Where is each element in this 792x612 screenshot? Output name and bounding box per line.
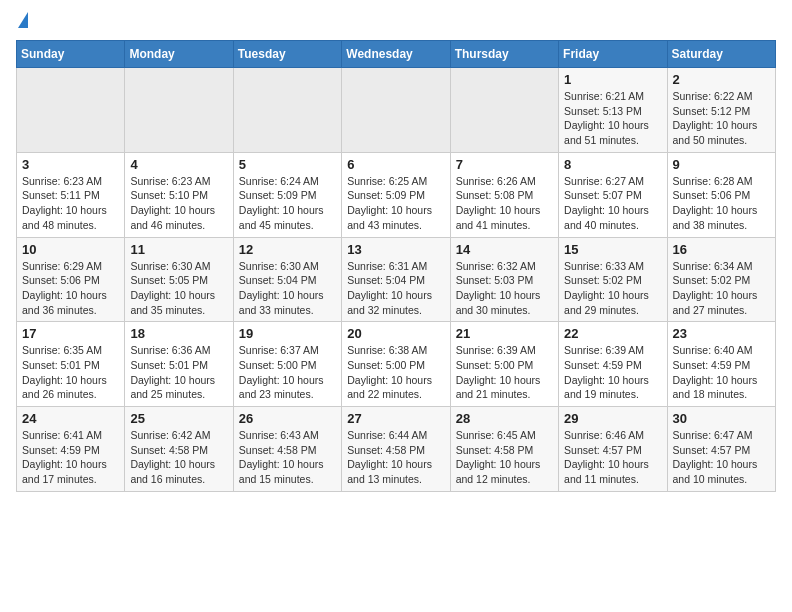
day-info: Sunrise: 6:45 AM Sunset: 4:58 PM Dayligh… bbox=[456, 428, 553, 487]
day-info: Sunrise: 6:23 AM Sunset: 5:10 PM Dayligh… bbox=[130, 174, 227, 233]
day-info: Sunrise: 6:47 AM Sunset: 4:57 PM Dayligh… bbox=[673, 428, 770, 487]
day-number: 18 bbox=[130, 326, 227, 341]
calendar-cell bbox=[233, 68, 341, 153]
day-info: Sunrise: 6:29 AM Sunset: 5:06 PM Dayligh… bbox=[22, 259, 119, 318]
day-number: 7 bbox=[456, 157, 553, 172]
calendar-cell: 17Sunrise: 6:35 AM Sunset: 5:01 PM Dayli… bbox=[17, 322, 125, 407]
calendar-cell: 26Sunrise: 6:43 AM Sunset: 4:58 PM Dayli… bbox=[233, 407, 341, 492]
calendar-cell: 13Sunrise: 6:31 AM Sunset: 5:04 PM Dayli… bbox=[342, 237, 450, 322]
weekday-header: Thursday bbox=[450, 41, 558, 68]
day-info: Sunrise: 6:22 AM Sunset: 5:12 PM Dayligh… bbox=[673, 89, 770, 148]
day-info: Sunrise: 6:43 AM Sunset: 4:58 PM Dayligh… bbox=[239, 428, 336, 487]
weekday-header: Saturday bbox=[667, 41, 775, 68]
weekday-header: Sunday bbox=[17, 41, 125, 68]
day-number: 16 bbox=[673, 242, 770, 257]
calendar-cell: 14Sunrise: 6:32 AM Sunset: 5:03 PM Dayli… bbox=[450, 237, 558, 322]
calendar-cell: 30Sunrise: 6:47 AM Sunset: 4:57 PM Dayli… bbox=[667, 407, 775, 492]
calendar-cell bbox=[450, 68, 558, 153]
day-info: Sunrise: 6:32 AM Sunset: 5:03 PM Dayligh… bbox=[456, 259, 553, 318]
calendar-cell bbox=[342, 68, 450, 153]
day-number: 21 bbox=[456, 326, 553, 341]
day-info: Sunrise: 6:24 AM Sunset: 5:09 PM Dayligh… bbox=[239, 174, 336, 233]
calendar-cell: 3Sunrise: 6:23 AM Sunset: 5:11 PM Daylig… bbox=[17, 152, 125, 237]
day-info: Sunrise: 6:28 AM Sunset: 5:06 PM Dayligh… bbox=[673, 174, 770, 233]
day-info: Sunrise: 6:34 AM Sunset: 5:02 PM Dayligh… bbox=[673, 259, 770, 318]
day-info: Sunrise: 6:42 AM Sunset: 4:58 PM Dayligh… bbox=[130, 428, 227, 487]
logo bbox=[16, 16, 28, 28]
day-number: 5 bbox=[239, 157, 336, 172]
calendar-week-row: 1Sunrise: 6:21 AM Sunset: 5:13 PM Daylig… bbox=[17, 68, 776, 153]
calendar-cell: 21Sunrise: 6:39 AM Sunset: 5:00 PM Dayli… bbox=[450, 322, 558, 407]
calendar-cell bbox=[17, 68, 125, 153]
calendar-cell: 11Sunrise: 6:30 AM Sunset: 5:05 PM Dayli… bbox=[125, 237, 233, 322]
day-info: Sunrise: 6:23 AM Sunset: 5:11 PM Dayligh… bbox=[22, 174, 119, 233]
day-number: 26 bbox=[239, 411, 336, 426]
day-number: 2 bbox=[673, 72, 770, 87]
day-info: Sunrise: 6:26 AM Sunset: 5:08 PM Dayligh… bbox=[456, 174, 553, 233]
calendar-cell: 15Sunrise: 6:33 AM Sunset: 5:02 PM Dayli… bbox=[559, 237, 667, 322]
calendar-week-row: 3Sunrise: 6:23 AM Sunset: 5:11 PM Daylig… bbox=[17, 152, 776, 237]
day-info: Sunrise: 6:30 AM Sunset: 5:04 PM Dayligh… bbox=[239, 259, 336, 318]
calendar-cell: 2Sunrise: 6:22 AM Sunset: 5:12 PM Daylig… bbox=[667, 68, 775, 153]
weekday-header: Wednesday bbox=[342, 41, 450, 68]
day-number: 10 bbox=[22, 242, 119, 257]
day-info: Sunrise: 6:37 AM Sunset: 5:00 PM Dayligh… bbox=[239, 343, 336, 402]
calendar-cell: 10Sunrise: 6:29 AM Sunset: 5:06 PM Dayli… bbox=[17, 237, 125, 322]
calendar-cell: 19Sunrise: 6:37 AM Sunset: 5:00 PM Dayli… bbox=[233, 322, 341, 407]
day-number: 17 bbox=[22, 326, 119, 341]
calendar-cell bbox=[125, 68, 233, 153]
calendar-week-row: 10Sunrise: 6:29 AM Sunset: 5:06 PM Dayli… bbox=[17, 237, 776, 322]
page-header bbox=[16, 16, 776, 28]
weekday-header: Friday bbox=[559, 41, 667, 68]
day-number: 29 bbox=[564, 411, 661, 426]
calendar-cell: 9Sunrise: 6:28 AM Sunset: 5:06 PM Daylig… bbox=[667, 152, 775, 237]
day-info: Sunrise: 6:35 AM Sunset: 5:01 PM Dayligh… bbox=[22, 343, 119, 402]
day-info: Sunrise: 6:36 AM Sunset: 5:01 PM Dayligh… bbox=[130, 343, 227, 402]
calendar-cell: 20Sunrise: 6:38 AM Sunset: 5:00 PM Dayli… bbox=[342, 322, 450, 407]
calendar-cell: 1Sunrise: 6:21 AM Sunset: 5:13 PM Daylig… bbox=[559, 68, 667, 153]
calendar-cell: 23Sunrise: 6:40 AM Sunset: 4:59 PM Dayli… bbox=[667, 322, 775, 407]
day-number: 30 bbox=[673, 411, 770, 426]
weekday-header: Tuesday bbox=[233, 41, 341, 68]
day-info: Sunrise: 6:25 AM Sunset: 5:09 PM Dayligh… bbox=[347, 174, 444, 233]
logo-triangle-icon bbox=[18, 12, 28, 28]
day-info: Sunrise: 6:46 AM Sunset: 4:57 PM Dayligh… bbox=[564, 428, 661, 487]
day-number: 22 bbox=[564, 326, 661, 341]
weekday-header: Monday bbox=[125, 41, 233, 68]
calendar-week-row: 17Sunrise: 6:35 AM Sunset: 5:01 PM Dayli… bbox=[17, 322, 776, 407]
calendar-cell: 6Sunrise: 6:25 AM Sunset: 5:09 PM Daylig… bbox=[342, 152, 450, 237]
page-container: SundayMondayTuesdayWednesdayThursdayFrid… bbox=[0, 0, 792, 504]
calendar-cell: 8Sunrise: 6:27 AM Sunset: 5:07 PM Daylig… bbox=[559, 152, 667, 237]
calendar-cell: 16Sunrise: 6:34 AM Sunset: 5:02 PM Dayli… bbox=[667, 237, 775, 322]
calendar-header-row: SundayMondayTuesdayWednesdayThursdayFrid… bbox=[17, 41, 776, 68]
day-number: 27 bbox=[347, 411, 444, 426]
calendar-table: SundayMondayTuesdayWednesdayThursdayFrid… bbox=[16, 40, 776, 492]
day-number: 12 bbox=[239, 242, 336, 257]
day-number: 20 bbox=[347, 326, 444, 341]
day-info: Sunrise: 6:39 AM Sunset: 4:59 PM Dayligh… bbox=[564, 343, 661, 402]
day-number: 24 bbox=[22, 411, 119, 426]
day-info: Sunrise: 6:38 AM Sunset: 5:00 PM Dayligh… bbox=[347, 343, 444, 402]
calendar-week-row: 24Sunrise: 6:41 AM Sunset: 4:59 PM Dayli… bbox=[17, 407, 776, 492]
calendar-cell: 28Sunrise: 6:45 AM Sunset: 4:58 PM Dayli… bbox=[450, 407, 558, 492]
day-number: 1 bbox=[564, 72, 661, 87]
day-number: 3 bbox=[22, 157, 119, 172]
day-info: Sunrise: 6:31 AM Sunset: 5:04 PM Dayligh… bbox=[347, 259, 444, 318]
calendar-cell: 12Sunrise: 6:30 AM Sunset: 5:04 PM Dayli… bbox=[233, 237, 341, 322]
day-number: 19 bbox=[239, 326, 336, 341]
calendar-cell: 5Sunrise: 6:24 AM Sunset: 5:09 PM Daylig… bbox=[233, 152, 341, 237]
calendar-cell: 18Sunrise: 6:36 AM Sunset: 5:01 PM Dayli… bbox=[125, 322, 233, 407]
day-number: 11 bbox=[130, 242, 227, 257]
day-info: Sunrise: 6:44 AM Sunset: 4:58 PM Dayligh… bbox=[347, 428, 444, 487]
day-info: Sunrise: 6:27 AM Sunset: 5:07 PM Dayligh… bbox=[564, 174, 661, 233]
calendar-cell: 22Sunrise: 6:39 AM Sunset: 4:59 PM Dayli… bbox=[559, 322, 667, 407]
day-number: 9 bbox=[673, 157, 770, 172]
calendar-cell: 29Sunrise: 6:46 AM Sunset: 4:57 PM Dayli… bbox=[559, 407, 667, 492]
calendar-cell: 24Sunrise: 6:41 AM Sunset: 4:59 PM Dayli… bbox=[17, 407, 125, 492]
day-number: 6 bbox=[347, 157, 444, 172]
day-number: 15 bbox=[564, 242, 661, 257]
day-number: 23 bbox=[673, 326, 770, 341]
day-number: 14 bbox=[456, 242, 553, 257]
day-number: 4 bbox=[130, 157, 227, 172]
day-number: 13 bbox=[347, 242, 444, 257]
